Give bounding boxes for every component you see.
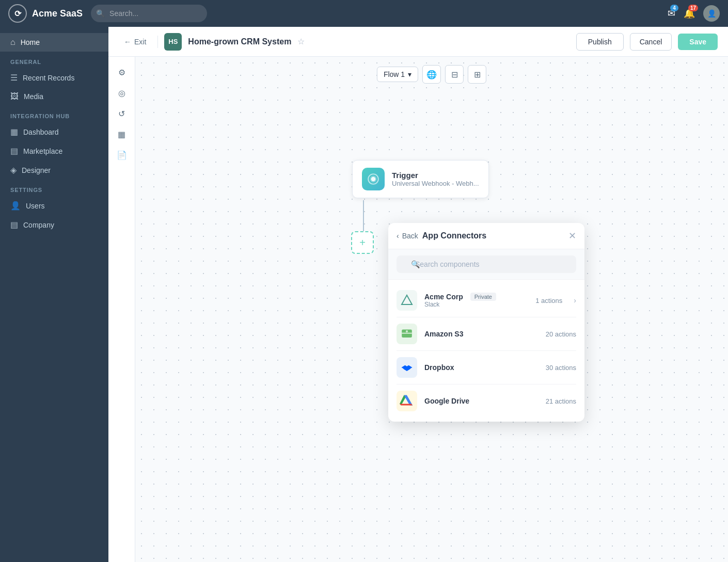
trigger-title: Trigger xyxy=(392,171,479,180)
popup-title: App Connectors xyxy=(422,231,568,240)
logo-icon: ⟳ xyxy=(8,4,27,23)
svg-point-3 xyxy=(406,330,408,332)
trigger-info: Trigger Universal Webhook - Webh... xyxy=(392,171,479,187)
exit-button[interactable]: ← Exit xyxy=(119,35,151,49)
back-arrow-icon: ← xyxy=(124,38,131,46)
popup-back-arrow-icon: ‹ xyxy=(397,232,399,240)
dashboard-icon: ▦ xyxy=(10,127,18,137)
dropbox-icon xyxy=(397,357,417,378)
popup-header: ‹ Back App Connectors ✕ xyxy=(388,223,584,249)
popup-panel: ‹ Back App Connectors ✕ 🔍 xyxy=(388,223,584,422)
app-logo: ⟳ Acme SaaS xyxy=(8,4,83,23)
canvas-tools: ⚙ ◎ ↺ ▦ 📄 xyxy=(108,57,135,562)
sidebar-item-marketplace[interactable]: ▤ Marketplace xyxy=(0,141,108,160)
popup-item-google-drive[interactable]: Google Drive 21 actions xyxy=(388,384,584,418)
search-input[interactable] xyxy=(91,5,207,22)
search-icon: 🔍 xyxy=(96,9,105,18)
mail-button[interactable]: ✉ 4 xyxy=(668,8,675,19)
trigger-node[interactable]: Trigger Universal Webhook - Webh... xyxy=(352,160,489,198)
svg-marker-1 xyxy=(402,295,412,304)
flow-select-label: Flow 1 xyxy=(384,70,405,78)
recent-records-icon: ☰ xyxy=(10,73,18,83)
layout: ⌂ Home GENERAL ☰ Recent Records 🖼 Media … xyxy=(0,27,728,562)
acme-corp-name: Acme Corp xyxy=(424,293,463,301)
canvas-wrapper: ⚙ ◎ ↺ ▦ 📄 Flow 1 ▾ 🌐 ⊟ ⊞ xyxy=(108,57,728,562)
sidebar-item-dashboard[interactable]: ▦ Dashboard xyxy=(0,122,108,141)
sliders-icon-button[interactable]: ⊟ xyxy=(445,65,464,84)
topnav: ⟳ Acme SaaS 🔍 ✉ 4 🔔 17 👤 xyxy=(0,0,728,27)
popup-item-dropbox[interactable]: Dropbox 30 actions xyxy=(388,351,584,384)
sidebar-item-company[interactable]: ▤ Company xyxy=(0,215,108,234)
header-bar: ← Exit HS Home-grown CRM System ☆ Publis… xyxy=(108,27,728,57)
flow-chevron-down-icon: ▾ xyxy=(408,70,412,78)
google-drive-name: Google Drive xyxy=(424,397,539,405)
popup-search-input[interactable] xyxy=(397,255,576,273)
topnav-icons: ✉ 4 🔔 17 👤 xyxy=(668,5,720,22)
settings-tool-button[interactable]: ⚙ xyxy=(113,63,131,82)
publish-button[interactable]: Publish xyxy=(576,33,624,51)
acme-corp-private-badge: Private xyxy=(470,293,496,301)
connector-line xyxy=(363,200,364,231)
save-button[interactable]: Save xyxy=(678,34,718,50)
settings-section-label: SETTINGS xyxy=(0,180,108,196)
trigger-subtitle: Universal Webhook - Webh... xyxy=(392,180,479,187)
sidebar-item-home[interactable]: ⌂ Home xyxy=(0,33,108,52)
trigger-tool-button[interactable]: ◎ xyxy=(113,84,131,102)
sidebar: ⌂ Home GENERAL ☰ Recent Records 🖼 Media … xyxy=(0,27,108,562)
add-node-button[interactable]: + xyxy=(351,231,374,254)
exit-label: Exit xyxy=(134,38,146,46)
flow-select[interactable]: Flow 1 ▾ xyxy=(377,67,418,82)
search-wrapper: 🔍 xyxy=(91,5,207,22)
dropbox-actions: 30 actions xyxy=(546,364,576,372)
history-tool-button[interactable]: ↺ xyxy=(113,104,131,123)
popup-back-label: Back xyxy=(402,232,418,240)
amazon-s3-info: Amazon S3 xyxy=(424,330,539,338)
svg-marker-6 xyxy=(404,395,413,406)
integration-hub-section-label: INTEGRATION HUB xyxy=(0,106,108,122)
sidebar-item-users[interactable]: 👤 Users xyxy=(0,196,108,215)
marketplace-icon: ▤ xyxy=(10,146,18,156)
document-tool-button[interactable]: 📄 xyxy=(113,146,131,164)
layout-icon-button[interactable]: ⊞ xyxy=(468,65,486,84)
avatar[interactable]: 👤 xyxy=(703,5,720,22)
popup-back-button[interactable]: ‹ Back xyxy=(397,232,418,240)
company-icon: ▤ xyxy=(10,220,18,230)
sidebar-item-designer-label: Designer xyxy=(22,166,51,174)
favorite-button[interactable]: ☆ xyxy=(297,37,305,46)
main: ← Exit HS Home-grown CRM System ☆ Publis… xyxy=(108,27,728,562)
popup-search-container: 🔍 xyxy=(397,255,576,273)
sidebar-item-designer[interactable]: ◈ Designer xyxy=(0,160,108,180)
popup-item-acme-corp[interactable]: Acme Corp Private Slack 1 actions › xyxy=(388,284,584,317)
google-drive-info: Google Drive xyxy=(424,397,539,405)
acme-corp-icon xyxy=(397,290,417,311)
acme-corp-actions: 1 actions xyxy=(535,297,562,304)
header-divider xyxy=(157,36,158,48)
flow-avatar: HS xyxy=(164,33,182,51)
home-icon: ⌂ xyxy=(10,38,15,47)
globe-icon-button[interactable]: 🌐 xyxy=(422,65,441,84)
trigger-icon xyxy=(362,168,385,190)
popup-item-amazon-s3[interactable]: Amazon S3 20 actions xyxy=(388,317,584,350)
sidebar-item-recent-records-label: Recent Records xyxy=(23,74,74,82)
popup-list: Acme Corp Private Slack 1 actions › xyxy=(388,280,584,422)
amazon-s3-name: Amazon S3 xyxy=(424,330,539,338)
grid-tool-button[interactable]: ▦ xyxy=(113,125,131,143)
google-drive-icon xyxy=(397,391,417,411)
amazon-s3-icon xyxy=(397,324,417,344)
canvas: Flow 1 ▾ 🌐 ⊟ ⊞ xyxy=(135,57,728,562)
popup-close-button[interactable]: ✕ xyxy=(568,230,576,242)
flow-title: Home-grown CRM System xyxy=(188,37,291,46)
amazon-s3-actions: 20 actions xyxy=(546,330,576,338)
sidebar-item-recent-records[interactable]: ☰ Recent Records xyxy=(0,68,108,87)
sidebar-item-marketplace-label: Marketplace xyxy=(23,147,62,155)
sidebar-item-media[interactable]: 🖼 Media xyxy=(0,87,108,106)
dropbox-name: Dropbox xyxy=(424,363,539,372)
app-name: Acme SaaS xyxy=(32,8,83,19)
cancel-button[interactable]: Cancel xyxy=(630,33,672,51)
sidebar-item-home-label: Home xyxy=(21,38,40,46)
acme-corp-info: Acme Corp Private Slack xyxy=(424,293,528,308)
popup-search-icon: 🔍 xyxy=(411,260,420,268)
users-icon: 👤 xyxy=(10,201,21,211)
notifications-button[interactable]: 🔔 17 xyxy=(684,8,695,19)
acme-corp-sub: Slack xyxy=(424,301,528,308)
